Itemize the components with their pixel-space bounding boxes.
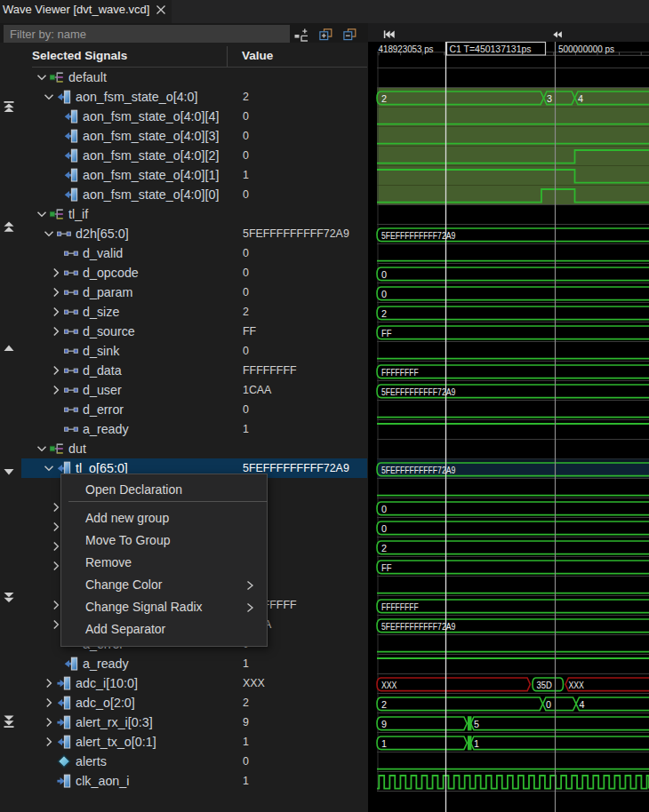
svg-text:4: 4	[578, 93, 583, 104]
svg-text:2: 2	[381, 308, 387, 319]
svg-text:FFFFFFFF: FFFFFFFF	[381, 601, 419, 612]
svg-text:0: 0	[381, 289, 387, 299]
svg-text:0: 0	[381, 504, 387, 514]
svg-text:2: 2	[381, 93, 387, 104]
svg-text:FF: FF	[381, 562, 392, 573]
svg-text:35D: 35D	[537, 680, 552, 690]
svg-text:1: 1	[381, 738, 387, 749]
svg-text:1: 1	[474, 738, 479, 749]
svg-text:C1 T=450137131ps: C1 T=450137131ps	[450, 44, 532, 54]
svg-text:0: 0	[381, 269, 387, 280]
svg-text:5FEFFFFFFFFF72A9: 5FEFFFFFFFFF72A9	[381, 386, 455, 397]
svg-text:4: 4	[580, 699, 585, 710]
svg-text:XXX: XXX	[569, 680, 585, 690]
svg-text:2: 2	[381, 543, 387, 553]
svg-text:2: 2	[381, 699, 387, 710]
svg-text:9: 9	[381, 719, 387, 729]
svg-text:500000000 ps: 500000000 ps	[558, 44, 614, 54]
svg-text:5FEFFFFFFFFF72A9: 5FEFFFFFFFFF72A9	[381, 230, 455, 241]
svg-text:418923053 ps: 418923053 ps	[379, 44, 434, 54]
svg-text:0: 0	[546, 699, 551, 710]
svg-text:0: 0	[381, 523, 387, 534]
svg-text:XXX: XXX	[381, 680, 397, 690]
svg-text:5FEFFFFFFFFF72A9: 5FEFFFFFFFFF72A9	[381, 465, 455, 475]
svg-text:3: 3	[547, 93, 552, 104]
svg-text:5FEFFFFFFFFF72A9: 5FEFFFFFFFFF72A9	[381, 621, 455, 632]
svg-text:FF: FF	[381, 328, 392, 338]
svg-text:FFFFFFFF: FFFFFFFF	[381, 367, 419, 378]
svg-text:5: 5	[474, 719, 479, 729]
